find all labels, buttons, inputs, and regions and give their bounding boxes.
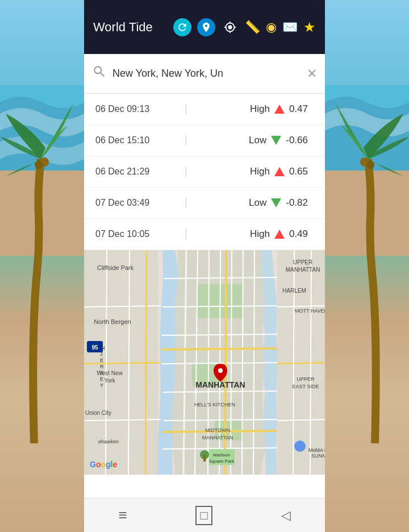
svg-text:MANHATTAN: MANHATTAN [202, 435, 233, 440]
google-logo: Google [90, 460, 117, 469]
svg-text:York: York [104, 377, 116, 384]
svg-text:HARLEM: HARLEM [282, 288, 306, 294]
svg-line-28 [225, 250, 226, 475]
tide-info-2: Low -0.66 [186, 135, 325, 146]
tide-info-1: High 0.47 [186, 103, 325, 115]
map-svg: 95 Cliffside Park UPPER MANHATTAN HARLEM… [84, 250, 325, 475]
svg-text:Y: Y [100, 383, 103, 388]
location-button[interactable] [197, 18, 215, 36]
tide-row: 06 Dec 09:13 High 0.47 [84, 94, 325, 125]
tide-value-2: -0.66 [286, 135, 308, 146]
svg-text:N: N [101, 345, 105, 351]
tide-datetime-3: 06 Dec 21:29 [84, 167, 186, 177]
svg-text:E: E [100, 358, 103, 363]
palm-tree-right [325, 45, 409, 443]
svg-point-5 [35, 161, 43, 169]
tide-label-1: High [250, 103, 270, 115]
envelope-icon: ✉️ [282, 20, 298, 35]
svg-text:95: 95 [91, 344, 98, 351]
tide-row: 06 Dec 21:29 High 0.65 [84, 156, 325, 188]
svg-text:SUNNYSIDE: SUNNYSIDE [311, 453, 325, 459]
tide-row: 06 Dec 15:10 Low -0.66 [84, 125, 325, 156]
search-icon [92, 64, 107, 83]
arrow-up-icon-1 [274, 105, 285, 114]
svg-text:Square Park: Square Park [209, 459, 235, 464]
tide-value-4: -0.82 [286, 197, 308, 209]
svg-text:MANHATTAN: MANHATTAN [286, 267, 320, 273]
tide-row: 07 Dec 03:49 Low -0.82 [84, 188, 325, 219]
svg-point-68 [218, 368, 223, 373]
clear-button[interactable]: ✕ [307, 66, 317, 81]
tide-info-4: Low -0.82 [186, 197, 325, 209]
tide-datetime-1: 06 Dec 09:13 [84, 104, 186, 114]
back-button[interactable]: ◁ [281, 508, 291, 523]
svg-text:MoMA PS1: MoMA PS1 [308, 447, 325, 453]
tide-label-2: Low [249, 135, 266, 146]
svg-line-31 [84, 363, 161, 364]
svg-text:EAST SIDE: EAST SIDE [293, 384, 319, 389]
svg-text:S: S [100, 370, 103, 376]
tide-datetime-4: 07 Dec 03:49 [84, 198, 186, 208]
svg-point-7 [366, 161, 374, 169]
arrow-up-icon-3 [274, 167, 285, 176]
svg-line-26 [161, 348, 278, 350]
search-value[interactable]: New York, New York, Un [112, 68, 307, 80]
tide-datetime-2: 06 Dec 15:10 [84, 135, 186, 146]
arrow-down-icon-4 [271, 198, 281, 207]
svg-text:E: E [100, 376, 103, 382]
svg-text:North Bergen: North Bergen [94, 318, 131, 325]
svg-text:HELL'S KITCHEN: HELL'S KITCHEN [194, 402, 235, 408]
svg-line-40 [277, 363, 325, 364]
refresh-button[interactable] [173, 18, 191, 36]
svg-point-58 [294, 440, 306, 452]
target-button[interactable] [221, 18, 239, 36]
tide-info-5: High 0.49 [186, 228, 325, 240]
palm-tree-left [0, 45, 84, 443]
svg-text:UPPER: UPPER [297, 376, 315, 382]
app-title: World Tide [93, 20, 173, 35]
home-button[interactable]: □ [195, 506, 212, 525]
tide-value-3: 0.65 [289, 166, 308, 177]
dotted-circle-icon: ◉ [266, 20, 277, 35]
tide-value-1: 0.47 [289, 103, 308, 115]
svg-text:R: R [100, 364, 104, 369]
arrow-up-icon-5 [274, 230, 285, 239]
tide-info-3: High 0.65 [186, 166, 325, 177]
tide-label-3: High [250, 166, 270, 177]
svg-rect-64 [203, 455, 206, 462]
tide-label-4: Low [249, 197, 266, 209]
star-icon: ★ [303, 19, 316, 35]
svg-text:Madison: Madison [213, 452, 230, 458]
svg-line-35 [145, 250, 147, 475]
toolbar-icons: 📏 ◉ ✉️ ★ [173, 18, 316, 36]
google-g: G [90, 460, 96, 469]
tide-row: 07 Dec 10:05 High 0.49 [84, 219, 325, 250]
tide-datetime-5: 07 Dec 10:05 [84, 229, 186, 239]
svg-text:ehawken: ehawken [98, 439, 119, 444]
search-bar: New York, New York, Un ✕ [84, 54, 325, 94]
svg-text:MOTT HAVEN: MOTT HAVEN [295, 308, 325, 314]
svg-text:Cliffside Park: Cliffside Park [97, 264, 134, 271]
bottom-navigation: ≡ □ ◁ [84, 498, 325, 532]
svg-text:MIDTOWN: MIDTOWN [205, 427, 230, 433]
svg-text:J: J [100, 351, 103, 357]
main-panel: New York, New York, Un ✕ 06 Dec 09:13 Hi… [84, 54, 325, 498]
tide-table: 06 Dec 09:13 High 0.47 06 Dec 15:10 Low … [84, 94, 325, 250]
map-area[interactable]: 95 Cliffside Park UPPER MANHATTAN HARLEM… [84, 250, 325, 475]
svg-text:UPPER: UPPER [293, 259, 312, 265]
top-bar: World Tide 📏 ◉ ✉️ ★ [84, 0, 325, 54]
svg-text:Union City: Union City [85, 410, 111, 416]
tide-value-5: 0.49 [289, 228, 308, 240]
tide-label-5: High [250, 228, 270, 240]
ruler-icon: 📏 [245, 20, 260, 35]
arrow-down-icon-2 [271, 136, 281, 145]
menu-button[interactable]: ≡ [118, 506, 127, 524]
